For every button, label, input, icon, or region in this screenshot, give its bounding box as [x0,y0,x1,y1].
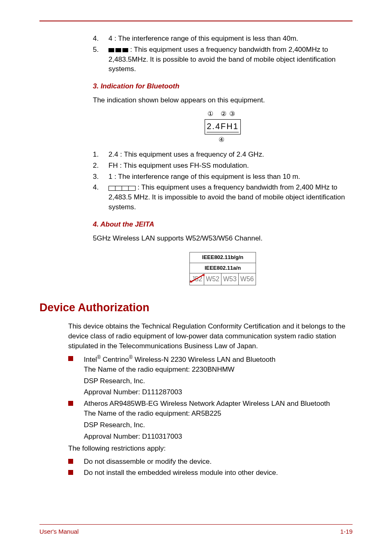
strike-icon [190,273,205,283]
list-item: 2. FH : This equipment uses FH-SS modula… [93,161,353,171]
bullet-item: Do not install the embedded wireless mod… [68,468,353,478]
footer-right: 1-19 [340,527,353,536]
item-text-after: : This equipment uses a frequency bandwi… [108,183,345,211]
text: The Name of the radio equipment: AR5B225 [84,410,221,417]
bullet-icon [68,457,84,467]
jeita-cell: J52 [190,273,204,285]
list-item: 4. : This equipment uses a frequency ban… [93,183,353,212]
outline-squares-icon [108,186,136,191]
text: Wireless-N 2230 Wireless LAN and Bluetoo… [133,356,276,363]
diagram-circles: ① ②③ [205,109,241,118]
item-number: 1. [93,150,108,160]
reg-mark: ® [129,354,133,360]
item-number: 5. [93,45,108,74]
section-heading: Device Authorization [39,300,353,316]
list-item: 3. 1 : The interference range of this eq… [93,172,353,182]
jeita-cell: W56 [238,273,256,285]
main-content: 4. 4 : The interference range of this eq… [39,34,353,290]
item-text: FH : This equipment uses FH-SS modulatio… [108,161,353,171]
list-item: 1. 2.4 : This equipment uses a frequency… [93,150,353,160]
text: Centrino [101,356,129,363]
item-number: 4. [93,34,108,44]
sub-line: DSP Research, Inc. [84,376,353,386]
diagram-bottom: ④ [205,135,241,144]
item-text: 1 : The interference range of this equip… [108,172,353,182]
item-number: 3. [93,172,108,182]
paragraph: The following restrictions apply: [68,444,353,454]
bullet-text: Atheros AR9485WB-EG Wireless Network Ada… [84,399,353,419]
text: Intel [84,356,97,363]
subsection-heading: 4. About the JEITA [93,220,353,229]
bullet-icon [68,399,84,419]
item-number: 2. [93,161,108,171]
jeita-cell: W52 [204,273,221,285]
page-footer: User's Manual 1-19 [39,524,353,536]
subsection-heading: 3. Indication for Bluetooth [93,81,353,91]
paragraph: 5GHz Wireless LAN supports W52/W53/W56 C… [93,234,353,243]
jeita-row: IEEE802.11b/g/n [190,252,256,263]
paragraph: This device obtains the Technical Regula… [68,322,353,351]
text: The Name of the radio equipment: 2230BNH… [84,366,235,373]
bullet-text: Intel® Centrino® Wireless-N 2230 Wireles… [84,354,353,374]
item-text: : This equipment uses a frequency bandwi… [108,183,353,212]
item-text: 2.4 : This equipment uses a frequency of… [108,150,353,160]
bullet-item: Atheros AR9485WB-EG Wireless Network Ada… [68,399,353,419]
sub-line: Approval Number: D110317003 [84,432,353,442]
bullet-icon [68,468,84,478]
jeita-diagram: IEEE802.11b/g/n IEEE802.11a/n J52 W52 W5… [93,247,353,290]
sub-line: DSP Research, Inc. [84,420,353,430]
jeita-row: J52 W52 W53 W56 [190,273,256,285]
diagram-box: 2.4FH1 [205,119,241,134]
device-auth-body: This device obtains the Technical Regula… [39,322,353,478]
jeita-cell: W53 [221,273,238,285]
filled-squares-icon [108,48,128,52]
footer-left: User's Manual [39,527,78,536]
bullet-item: Intel® Centrino® Wireless-N 2230 Wireles… [68,354,353,374]
item-number: 4. [93,183,108,212]
bullet-item: Do not disassemble or modify the device. [68,457,353,467]
jeita-row: IEEE802.11a/n [190,263,256,273]
item-text: 4 : The interference range of this equip… [108,34,353,44]
item-text: : This equipment uses a frequency bandwi… [108,45,353,74]
bullet-icon [68,354,84,374]
top-rule [39,21,353,21]
list-item: 4. 4 : The interference range of this eq… [93,34,353,44]
diagram-box-text: 2.4FH1 [207,120,239,132]
list-item: 5. : This equipment uses a frequency ban… [93,45,353,74]
item-text-after: : This equipment uses a frequency bandwi… [108,46,336,73]
text: Atheros AR9485WB-EG Wireless Network Ada… [84,400,330,407]
bullet-text: Do not disassemble or modify the device. [84,457,353,467]
svg-line-0 [191,275,204,282]
reg-mark: ® [97,354,101,360]
paragraph: The indication shown below appears on th… [93,95,353,105]
bluetooth-diagram: ① ②③ 2.4FH1 ④ [93,109,353,145]
sub-line: Approval Number: D111287003 [84,387,353,397]
bullet-text: Do not install the embedded wireless mod… [84,468,353,478]
footer-rule [39,524,353,525]
